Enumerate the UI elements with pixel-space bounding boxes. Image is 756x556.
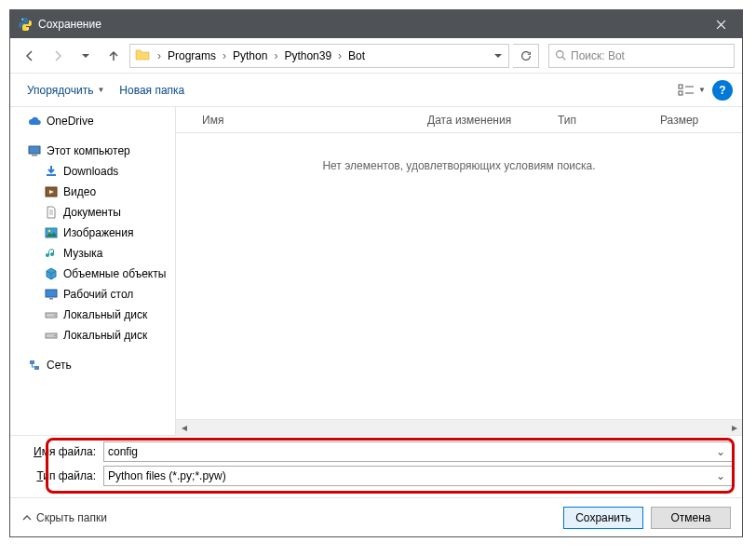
music-icon bbox=[44, 246, 59, 261]
titlebar: Сохранение bbox=[10, 10, 742, 38]
breadcrumb-dropdown[interactable] bbox=[490, 45, 506, 67]
window-title: Сохранение bbox=[38, 18, 700, 31]
breadcrumb-segment[interactable]: Bot bbox=[344, 45, 369, 67]
app-icon bbox=[18, 17, 33, 32]
svg-point-16 bbox=[54, 335, 56, 337]
footer: Скрыть папки Сохранить Отмена bbox=[10, 497, 742, 536]
svg-rect-5 bbox=[29, 146, 40, 154]
chevron-right-icon[interactable]: › bbox=[155, 49, 164, 62]
sidebar-item-videos[interactable]: Видео bbox=[10, 182, 175, 202]
sidebar-item-downloads[interactable]: Downloads bbox=[10, 161, 175, 182]
breadcrumb[interactable]: › Programs › Python › Python39 › Bot bbox=[129, 44, 509, 68]
chevron-down-icon: ▼ bbox=[97, 86, 104, 94]
cube-icon bbox=[44, 266, 59, 281]
sidebar-item-network[interactable]: Сеть bbox=[10, 355, 175, 375]
scroll-right-icon[interactable]: ▸ bbox=[726, 420, 742, 436]
search-input[interactable]: Поиск: Bot bbox=[548, 44, 735, 68]
col-size[interactable]: Размер bbox=[651, 107, 742, 132]
svg-rect-4 bbox=[679, 91, 682, 95]
picture-icon bbox=[44, 225, 59, 240]
breadcrumb-segment[interactable]: Python bbox=[229, 45, 271, 67]
sidebar-item-local-disk-1[interactable]: Локальный диск bbox=[10, 305, 175, 325]
sidebar-item-onedrive[interactable]: OneDrive bbox=[10, 111, 175, 131]
file-list-body: Нет элементов, удовлетворяющих условиям … bbox=[176, 133, 742, 419]
refresh-button[interactable] bbox=[513, 44, 539, 68]
save-button[interactable]: Сохранить bbox=[563, 507, 643, 529]
computer-icon bbox=[27, 143, 42, 158]
search-icon bbox=[555, 49, 567, 61]
scroll-left-icon[interactable]: ◂ bbox=[176, 420, 192, 436]
cloud-icon bbox=[27, 114, 42, 129]
main-area: OneDrive Этот компьютер Downloads Видео bbox=[10, 107, 742, 435]
sidebar-item-3d-objects[interactable]: Объемные объекты bbox=[10, 264, 175, 284]
chevron-right-icon[interactable]: › bbox=[271, 49, 280, 62]
svg-rect-6 bbox=[32, 155, 37, 156]
chevron-right-icon[interactable]: › bbox=[220, 49, 229, 62]
file-list-pane: Имя Дата изменения Тип Размер Нет элемен… bbox=[176, 107, 742, 435]
svg-point-10 bbox=[48, 230, 50, 232]
organize-button[interactable]: Упорядочить▼ bbox=[20, 80, 112, 101]
drive-icon bbox=[44, 328, 59, 343]
drive-icon bbox=[44, 307, 59, 322]
filename-label: Имя файла: bbox=[20, 445, 103, 458]
svg-rect-3 bbox=[679, 85, 682, 88]
desktop-icon bbox=[44, 287, 59, 302]
svg-point-0 bbox=[21, 19, 23, 20]
breadcrumb-segment[interactable]: Python39 bbox=[280, 45, 335, 67]
sidebar-item-desktop[interactable]: Рабочий стол bbox=[10, 284, 175, 305]
up-button[interactable] bbox=[101, 44, 126, 68]
svg-rect-7 bbox=[47, 174, 56, 176]
document-icon bbox=[44, 205, 59, 220]
svg-point-14 bbox=[54, 315, 56, 317]
folder-icon bbox=[134, 47, 153, 65]
sidebar-item-music[interactable]: Музыка bbox=[10, 243, 175, 264]
view-options-button[interactable]: ▼ bbox=[675, 79, 709, 102]
hide-folders-toggle[interactable]: Скрыть папки bbox=[21, 511, 107, 524]
filename-text[interactable] bbox=[108, 445, 713, 458]
sidebar-item-documents[interactable]: Документы bbox=[10, 202, 175, 223]
nav-row: › Programs › Python › Python39 › Bot Пои… bbox=[10, 38, 742, 74]
sidebar-item-this-pc[interactable]: Этот компьютер bbox=[10, 141, 175, 161]
search-placeholder: Поиск: Bot bbox=[571, 49, 625, 62]
toolbar: Упорядочить▼ Новая папка ▼ ? bbox=[10, 74, 742, 107]
svg-point-1 bbox=[27, 28, 29, 30]
svg-point-2 bbox=[557, 51, 563, 58]
svg-rect-12 bbox=[49, 298, 53, 300]
col-name[interactable]: Имя bbox=[176, 107, 418, 132]
save-dialog: Сохранение › Programs › Python › Python3… bbox=[9, 9, 743, 537]
recent-dropdown[interactable] bbox=[74, 44, 98, 68]
svg-rect-11 bbox=[46, 290, 57, 297]
filetype-select[interactable]: Python files (*.py;*.pyw) ⌄ bbox=[103, 466, 733, 486]
back-button[interactable] bbox=[18, 44, 42, 68]
close-button[interactable] bbox=[700, 10, 742, 38]
download-icon bbox=[44, 164, 59, 179]
col-type[interactable]: Тип bbox=[548, 107, 651, 132]
filename-panel: Имя файла: ⌄ Тип файла: Python files (*.… bbox=[10, 435, 742, 497]
filetype-value: Python files (*.py;*.pyw) bbox=[108, 469, 713, 482]
svg-rect-17 bbox=[30, 360, 34, 364]
chevron-up-icon bbox=[21, 512, 33, 523]
empty-message: Нет элементов, удовлетворяющих условиям … bbox=[322, 159, 595, 172]
help-button[interactable]: ? bbox=[712, 80, 733, 101]
cancel-button[interactable]: Отмена bbox=[651, 507, 731, 529]
chevron-down-icon: ▼ bbox=[698, 86, 706, 94]
sidebar-item-local-disk-2[interactable]: Локальный диск bbox=[10, 325, 175, 346]
new-folder-button[interactable]: Новая папка bbox=[112, 80, 192, 101]
col-date[interactable]: Дата изменения bbox=[418, 107, 548, 132]
forward-button[interactable] bbox=[46, 44, 70, 68]
video-icon bbox=[44, 184, 59, 199]
network-icon bbox=[27, 358, 42, 373]
sidebar-item-pictures[interactable]: Изображения bbox=[10, 223, 175, 243]
chevron-down-icon[interactable]: ⌄ bbox=[713, 445, 728, 458]
filetype-label: Тип файла: bbox=[20, 469, 103, 482]
sidebar: OneDrive Этот компьютер Downloads Видео bbox=[10, 107, 176, 435]
column-headers: Имя Дата изменения Тип Размер bbox=[176, 107, 742, 133]
filename-input[interactable]: ⌄ bbox=[103, 441, 733, 462]
horizontal-scrollbar[interactable]: ◂ ▸ bbox=[176, 419, 742, 435]
chevron-down-icon[interactable]: ⌄ bbox=[713, 469, 728, 482]
breadcrumb-segment[interactable]: Programs bbox=[164, 45, 220, 67]
chevron-right-icon[interactable]: › bbox=[335, 49, 344, 62]
